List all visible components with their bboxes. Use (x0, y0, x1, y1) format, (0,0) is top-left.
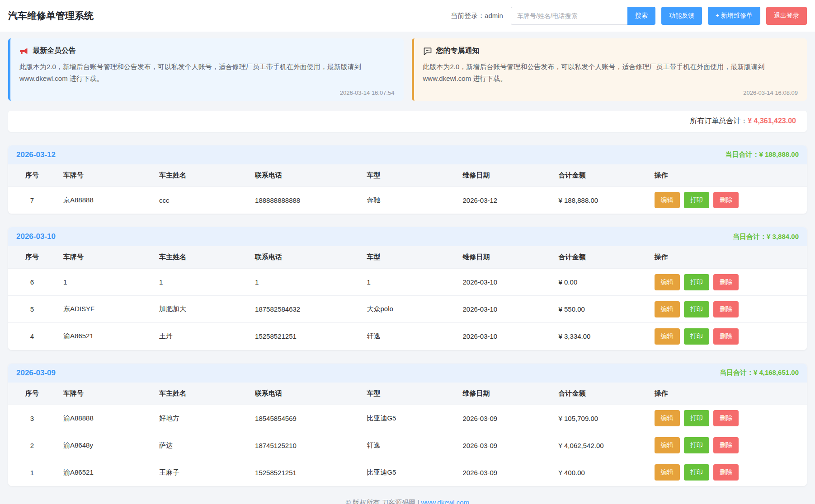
daily-total-amount: ¥ 3,884.00 (767, 233, 799, 240)
copyright-text: © 版权所有 刀客源码网 (346, 499, 415, 504)
print-button[interactable]: 打印 (684, 437, 709, 453)
date-section-header: 2026-03-10 当日合计：¥ 3,884.00 (8, 227, 807, 246)
announcement-body: 此版本为2.0，新增后台账号管理和公告发布，可以私发个人账号，适合修理厂员工带手… (19, 61, 395, 85)
cell-phone: 18545854569 (248, 405, 359, 432)
col-header-phone: 联系电话 (248, 383, 359, 405)
edit-button[interactable]: 编辑 (655, 328, 680, 345)
announcement-card: 最新全员公告 此版本为2.0，新增后台账号管理和公告发布，可以私发个人账号，适合… (8, 38, 404, 101)
orders-table: 序号 车牌号 车主姓名 联系电话 车型 维修日期 合计金额 操作 7 京A888… (8, 164, 807, 214)
cell-phone: 187582584632 (248, 296, 359, 323)
order-row: 1 渝A86521 王麻子 15258521251 比亚迪G5 2026-03-… (8, 459, 807, 486)
personal-notice-timestamp: 2026-03-14 16:08:09 (423, 89, 798, 96)
table-body: 3 渝A88888 好地方 18545854569 比亚迪G5 2026-03-… (8, 405, 807, 486)
feedback-button[interactable]: 功能反馈 (661, 7, 702, 25)
delete-button[interactable]: 删除 (713, 192, 739, 208)
cell-amount: ¥ 400.00 (551, 459, 647, 486)
daily-total-label: 当日合计： (720, 369, 754, 376)
cell-actions: 编辑 打印 删除 (647, 187, 807, 214)
delete-button[interactable]: 删除 (713, 464, 739, 481)
announcement-timestamp: 2026-03-14 16:07:54 (19, 89, 395, 96)
date-section-header: 2026-03-09 当日合计：¥ 4,168,651.00 (8, 364, 807, 383)
print-button[interactable]: 打印 (684, 192, 709, 208)
cell-actions: 编辑 打印 删除 (647, 323, 807, 350)
print-button[interactable]: 打印 (684, 410, 709, 426)
col-header-phone: 联系电话 (248, 246, 359, 269)
col-header-plate: 车牌号 (56, 383, 152, 405)
col-header-amount: 合计金额 (551, 383, 647, 405)
logout-button[interactable]: 退出登录 (766, 7, 807, 25)
col-header-model: 车型 (359, 164, 455, 187)
cell-plate: 东ADISYF (56, 296, 152, 323)
grand-total-label: 所有订单总合计： (690, 117, 748, 125)
delete-button[interactable]: 删除 (713, 437, 739, 453)
page-footer: © 版权所有 刀客源码网 | www.dkewl.com (0, 486, 815, 504)
cell-amount: ¥ 0.00 (551, 269, 647, 296)
megaphone-icon (19, 47, 28, 56)
daily-total-amount: ¥ 188,888.00 (759, 150, 799, 158)
cell-index: 5 (8, 296, 56, 323)
personal-notice-header: 您的专属通知 (423, 46, 798, 56)
edit-button[interactable]: 编辑 (655, 301, 680, 317)
cell-owner: 加肥加大 (152, 296, 248, 323)
print-button[interactable]: 打印 (684, 301, 709, 317)
edit-button[interactable]: 编辑 (655, 274, 680, 290)
personal-notice-title: 您的专属通知 (436, 46, 480, 56)
order-row: 6 1 1 1 1 2026-03-10 ¥ 0.00 编辑 打印 删除 (8, 269, 807, 296)
cell-amount: ¥ 105,709.00 (551, 405, 647, 432)
cell-date: 2026-03-10 (455, 269, 551, 296)
print-button[interactable]: 打印 (684, 464, 709, 481)
cell-date: 2026-03-09 (455, 405, 551, 432)
col-header-owner: 车主姓名 (152, 383, 248, 405)
cell-actions: 编辑 打印 删除 (647, 432, 807, 459)
col-header-model: 车型 (359, 383, 455, 405)
search-button[interactable]: 搜索 (627, 7, 655, 25)
table-header-row: 序号 车牌号 车主姓名 联系电话 车型 维修日期 合计金额 操作 (8, 246, 807, 269)
cell-index: 1 (8, 459, 56, 486)
edit-button[interactable]: 编辑 (655, 437, 680, 453)
order-row: 3 渝A88888 好地方 18545854569 比亚迪G5 2026-03-… (8, 405, 807, 432)
cell-owner: 萨达 (152, 432, 248, 459)
announcement-title: 最新全员公告 (33, 46, 76, 56)
section-date: 2026-03-09 (16, 369, 56, 378)
table-header-row: 序号 车牌号 车主姓名 联系电话 车型 维修日期 合计金额 操作 (8, 164, 807, 187)
footer-separator: | (417, 499, 419, 504)
order-sections: 2026-03-12 当日合计：¥ 188,888.00 序号 车牌号 车主姓名… (0, 145, 815, 486)
cell-amount: ¥ 3,334.00 (551, 323, 647, 350)
delete-button[interactable]: 删除 (713, 328, 739, 345)
edit-button[interactable]: 编辑 (655, 192, 680, 208)
cell-owner: 1 (152, 269, 248, 296)
cell-index: 6 (8, 269, 56, 296)
col-header-actions: 操作 (647, 383, 807, 405)
orders-table: 序号 车牌号 车主姓名 联系电话 车型 维修日期 合计金额 操作 6 1 1 1… (8, 246, 807, 350)
cell-phone: 188888888888 (248, 187, 359, 214)
cell-actions: 编辑 打印 删除 (647, 269, 807, 296)
search-input[interactable] (511, 7, 627, 25)
cell-model: 轩逸 (359, 432, 455, 459)
cell-actions: 编辑 打印 删除 (647, 459, 807, 486)
delete-button[interactable]: 删除 (713, 274, 739, 290)
col-header-model: 车型 (359, 246, 455, 269)
notice-cards: 最新全员公告 此版本为2.0，新增后台账号管理和公告发布，可以私发个人账号，适合… (8, 38, 807, 101)
orders-table: 序号 车牌号 车主姓名 联系电话 车型 维修日期 合计金额 操作 3 渝A888… (8, 383, 807, 486)
date-section-header: 2026-03-12 当日合计：¥ 188,888.00 (8, 145, 807, 164)
edit-button[interactable]: 编辑 (655, 410, 680, 426)
col-header-date: 维修日期 (455, 383, 551, 405)
print-button[interactable]: 打印 (684, 274, 709, 290)
daily-total-label: 当日合计： (725, 150, 759, 158)
delete-button[interactable]: 删除 (713, 410, 739, 426)
table-header-row: 序号 车牌号 车主姓名 联系电话 车型 维修日期 合计金额 操作 (8, 383, 807, 405)
footer-link[interactable]: www.dkewl.com (421, 499, 469, 504)
personal-notice-body: 此版本为2.0，新增后台账号管理和公告发布，可以私发个人账号，适合修理厂员工带手… (423, 61, 798, 85)
cell-phone: 18745125210 (248, 432, 359, 459)
add-repair-order-button[interactable]: + 新增维修单 (708, 7, 760, 25)
cell-index: 3 (8, 405, 56, 432)
top-bar-actions: 当前登录：admin 搜索 功能反馈 + 新增维修单 退出登录 (451, 7, 807, 25)
cell-plate: 渝A8648y (56, 432, 152, 459)
cell-date: 2026-03-09 (455, 432, 551, 459)
cell-date: 2026-03-12 (455, 187, 551, 214)
cell-owner: 好地方 (152, 405, 248, 432)
delete-button[interactable]: 删除 (713, 301, 739, 317)
edit-button[interactable]: 编辑 (655, 464, 680, 481)
print-button[interactable]: 打印 (684, 328, 709, 345)
order-row: 7 京A88888 ccc 188888888888 奔驰 2026-03-12… (8, 187, 807, 214)
